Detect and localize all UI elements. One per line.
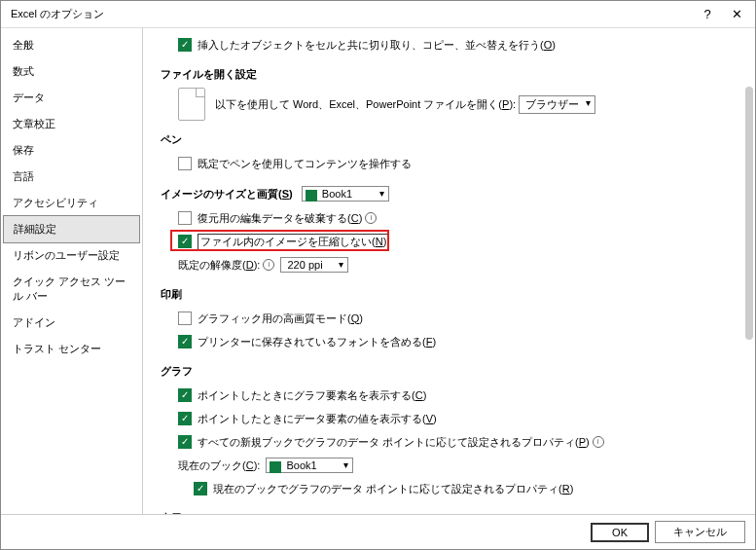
sidebar-item-2[interactable]: データ [1, 85, 142, 111]
checkbox-g4[interactable] [194, 482, 207, 495]
row-pen[interactable]: 既定でペンを使用してコンテンツを操作する [161, 153, 738, 174]
section-image-quality: イメージのサイズと画質(S) Book1 [161, 186, 738, 202]
row-file-open: 以下を使用して Word、Excel、PowerPoint ファイルを開く(P)… [161, 88, 738, 121]
checkbox-pen[interactable] [178, 157, 192, 170]
main-area: 全般数式データ文章校正保存言語アクセシビリティ詳細設定リボンのユーザー設定クイッ… [1, 28, 755, 515]
sidebar-item-7[interactable]: 詳細設定 [3, 215, 140, 243]
close-button[interactable]: ✕ [722, 3, 751, 26]
label: ポイントしたときにグラフ要素名を表示する(C) [198, 388, 426, 403]
label: ファイル内のイメージを圧縮しない(N) [198, 234, 389, 250]
sidebar-item-9[interactable]: クイック アクセス ツール バー [1, 269, 142, 310]
label: 以下を使用して Word、Excel、PowerPoint ファイルを開く(P)… [215, 97, 519, 112]
checkbox-g3[interactable] [178, 435, 192, 449]
row-insert-object[interactable]: 挿入したオブジェクトをセルと共に切り取り、コピー、並べ替えを行う(O) [161, 34, 738, 55]
select-default-res[interactable]: 220 ppi [280, 257, 348, 273]
checkbox-no-compress[interactable] [178, 235, 192, 248]
info-icon[interactable] [263, 259, 274, 271]
section-print: 印刷 [161, 287, 738, 302]
section-pen: ペン [161, 132, 738, 147]
sidebar-item-8[interactable]: リボンのユーザー設定 [1, 242, 142, 269]
checkbox-g1[interactable] [178, 388, 192, 402]
label: 挿入したオブジェクトをセルと共に切り取り、コピー、並べ替えを行う(O) [198, 38, 556, 53]
sidebar: 全般数式データ文章校正保存言語アクセシビリティ詳細設定リボンのユーザー設定クイッ… [1, 28, 143, 515]
row-no-compress[interactable]: ファイル内のイメージを圧縮しない(N) [161, 231, 738, 252]
sidebar-item-10[interactable]: アドイン [1, 310, 142, 336]
footer: OK キャンセル [1, 514, 755, 549]
row-hq-graphics[interactable]: グラフィック用の高画質モード(Q) [161, 308, 738, 329]
checkbox-restore-discard[interactable] [178, 211, 192, 225]
help-button[interactable]: ? [693, 3, 722, 26]
label: 現在のブック(C): [178, 458, 266, 473]
info-icon[interactable] [593, 436, 604, 448]
checkbox-g2[interactable] [178, 412, 192, 425]
sidebar-item-11[interactable]: トラスト センター [1, 336, 142, 362]
checkbox-include-fonts[interactable] [178, 335, 192, 348]
file-icon [178, 88, 205, 121]
row-include-fonts[interactable]: プリンターに保存されているフォントを含める(F) [161, 331, 738, 352]
row-g1[interactable]: ポイントしたときにグラフ要素名を表示する(C) [161, 385, 738, 406]
select-image-scope[interactable]: Book1 [302, 186, 389, 202]
sidebar-item-1[interactable]: 数式 [1, 58, 142, 85]
cancel-button[interactable]: キャンセル [655, 521, 745, 543]
info-icon[interactable] [365, 212, 377, 224]
select-file-open[interactable]: ブラウザー [519, 95, 595, 114]
section-graph: グラフ [161, 364, 738, 379]
sidebar-item-6[interactable]: アクセシビリティ [1, 190, 142, 216]
label: 復元用の編集データを破棄する(C) [198, 211, 362, 226]
row-g4[interactable]: 現在のブックでグラフのデータ ポイントに応じて設定されるプロパティ(R) [161, 478, 738, 499]
sidebar-item-5[interactable]: 言語 [1, 164, 142, 190]
titlebar: Excel のオプション ? ✕ [1, 1, 755, 28]
content-panel: 挿入したオブジェクトをセルと共に切り取り、コピー、並べ替えを行う(O) ファイル… [143, 28, 755, 515]
section-file-open: ファイルを開く設定 [161, 67, 738, 82]
label: プリンターに保存されているフォントを含める(F) [198, 335, 436, 349]
row-g2[interactable]: ポイントしたときにデータ要素の値を表示する(V) [161, 408, 738, 429]
label: ポイントしたときにデータ要素の値を表示する(V) [198, 412, 437, 426]
label: グラフィック用の高画質モード(Q) [198, 312, 363, 326]
row-default-res: 既定の解像度(D): 220 ppi [161, 254, 738, 275]
label: すべての新規ブックでグラフのデータ ポイントに応じて設定されるプロパティ(P) [198, 435, 590, 450]
select-current-book[interactable]: Book1 [266, 458, 353, 473]
ok-button[interactable]: OK [591, 523, 649, 542]
sidebar-item-4[interactable]: 保存 [1, 137, 142, 164]
sidebar-item-3[interactable]: 文章校正 [1, 111, 142, 137]
label: 現在のブックでグラフのデータ ポイントに応じて設定されるプロパティ(R) [213, 482, 573, 496]
row-current-book: 現在のブック(C): Book1 [161, 455, 738, 476]
sidebar-item-0[interactable]: 全般 [1, 32, 142, 58]
row-restore-discard[interactable]: 復元用の編集データを破棄する(C) [161, 207, 738, 229]
checkbox-hq-graphics[interactable] [178, 312, 192, 325]
scrollbar[interactable] [745, 87, 753, 340]
window-title: Excel のオプション [11, 7, 693, 21]
label: 既定でペンを使用してコンテンツを操作する [198, 157, 412, 171]
checkbox-insert-object[interactable] [178, 38, 192, 52]
label: 既定の解像度(D): [178, 258, 260, 273]
row-g3[interactable]: すべての新規ブックでグラフのデータ ポイントに応じて設定されるプロパティ(P) [161, 431, 738, 453]
